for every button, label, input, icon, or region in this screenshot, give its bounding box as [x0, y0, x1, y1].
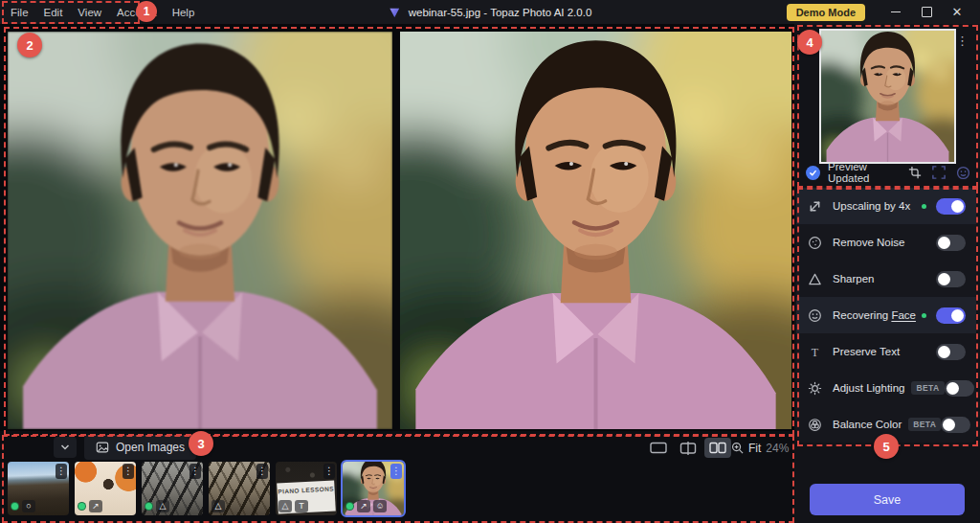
filter-row-upscaling[interactable]: Upscaling by 4x: [796, 188, 976, 224]
menu-view[interactable]: View: [78, 7, 101, 18]
annotation-circle-2: 2: [17, 33, 42, 57]
menu-file[interactable]: File: [11, 7, 29, 18]
comparison-canvas: [0, 24, 794, 431]
recovering-face-toggle[interactable]: [936, 307, 966, 324]
preview-portrait-image: [821, 31, 954, 162]
menu-bar: File Edit View Account Help: [0, 7, 194, 18]
annotation-circle-4: 4: [797, 30, 822, 55]
image-icon: [96, 441, 109, 454]
sharpen-toggle[interactable]: [936, 271, 966, 287]
adjust-lighting-toggle[interactable]: [945, 380, 974, 397]
balance-color-toggle[interactable]: [941, 417, 970, 433]
bottom-bar: Open Images Fit 24% ⋮ ○ ⋮ ↗: [0, 431, 794, 523]
face-badge-icon: ☺: [373, 500, 387, 512]
filmstrip-thumb-2[interactable]: ⋮ ↗: [75, 462, 136, 515]
annotation-circle-3: 3: [189, 431, 213, 456]
demo-mode-badge: Demo Mode: [787, 4, 865, 21]
processed-dot: [78, 502, 86, 511]
menu-edit[interactable]: Edit: [44, 7, 63, 18]
side-by-side-view-icon: [709, 441, 726, 455]
window-title: webinar-55.jpg - Topaz Photo AI 2.0.0: [389, 6, 592, 18]
text-T-icon: T: [807, 344, 823, 360]
processed-dot: [11, 502, 19, 511]
thumb-menu-icon[interactable]: ⋮: [256, 464, 268, 479]
app-logo-icon: [389, 6, 401, 18]
preview-thumbnail[interactable]: [819, 29, 956, 164]
face-smiley-icon: [807, 307, 823, 324]
open-images-label: Open Images: [116, 441, 185, 454]
remove-noise-toggle[interactable]: [936, 235, 966, 251]
beta-badge: BETA: [908, 418, 941, 431]
topaz-photo-ai-window: File Edit View Account Help webinar-55.j…: [0, 0, 980, 523]
upscale-badge-icon: ↗: [89, 500, 102, 512]
filters-panel: Upscaling by 4x Remove Noise Sharpen: [796, 188, 976, 443]
before-image-panel[interactable]: [8, 32, 392, 429]
beta-badge: BETA: [911, 381, 944, 395]
sharpen-badge-icon: △: [156, 500, 169, 512]
maximize-button[interactable]: [911, 2, 942, 23]
filmstrip-thumb-5[interactable]: PIANO LESSONS ⋮ △T: [276, 462, 337, 515]
enabled-dot: [922, 313, 926, 318]
svg-text:T: T: [812, 345, 819, 358]
filter-row-adjust-lighting[interactable]: Adjust Lighting BETA: [796, 370, 976, 406]
processed-dot: [145, 502, 153, 511]
sharpen-badge-icon: △: [212, 500, 225, 512]
collapse-filmstrip-button[interactable]: [54, 437, 77, 458]
after-image-panel[interactable]: [400, 32, 791, 429]
zoom-percent: 24%: [766, 442, 789, 455]
processed-dot: [345, 502, 354, 511]
save-button[interactable]: Save: [810, 484, 965, 515]
fullscreen-icon[interactable]: [932, 166, 946, 179]
upscaling-toggle[interactable]: [936, 198, 966, 215]
sun-icon: [807, 380, 823, 397]
filmstrip-thumb-4[interactable]: ⋮ △: [209, 462, 270, 515]
maximize-icon: [922, 7, 932, 17]
after-portrait-image: [400, 32, 791, 429]
preview-status-row: Preview Updated: [806, 162, 970, 183]
single-view-icon: [650, 441, 667, 455]
filter-row-recovering-face[interactable]: Recovering Face: [796, 297, 976, 333]
crop-icon[interactable]: [908, 166, 922, 179]
thumb-menu-icon[interactable]: ⋮: [189, 464, 201, 479]
filter-row-remove-noise[interactable]: Remove Noise: [796, 224, 976, 261]
upscale-arrow-icon: [807, 198, 823, 215]
sharpen-badge-icon: △: [278, 500, 292, 512]
filmstrip-thumb-3[interactable]: ⋮ △: [142, 462, 203, 515]
close-button[interactable]: ✕: [942, 2, 972, 23]
view-mode-side-by-side-button[interactable]: [704, 438, 731, 458]
thumb-menu-icon[interactable]: ⋮: [122, 464, 134, 479]
minimize-button[interactable]: [880, 2, 911, 23]
preview-status-text: Preview Updated: [828, 161, 908, 184]
chevron-down-icon: [59, 442, 71, 453]
thumb-menu-icon[interactable]: ⋮: [56, 464, 67, 479]
upscale-badge-icon: ↗: [357, 500, 370, 512]
before-portrait-image: [8, 32, 392, 429]
view-mode-split-button[interactable]: [675, 438, 702, 458]
minimize-icon: [891, 11, 901, 12]
preserve-text-badge-icon: T: [295, 500, 308, 512]
filmstrip: ⋮ ○ ⋮ ↗ ⋮ △ ⋮ △ PIANO LESSONS ⋮ △T: [8, 462, 404, 515]
zoom-control[interactable]: Fit 24%: [731, 438, 804, 458]
noise-circle-icon: [807, 235, 823, 251]
check-circle-icon: [806, 166, 820, 180]
filmstrip-thumb-1[interactable]: ⋮ ○: [8, 462, 69, 515]
preserve-text-toggle[interactable]: [936, 344, 966, 360]
split-view-icon: [679, 441, 697, 456]
menu-help[interactable]: Help: [172, 7, 195, 18]
filmstrip-thumb-6-selected[interactable]: ⋮ ↗☺: [343, 462, 404, 515]
sharpen-triangle-icon: [807, 271, 823, 287]
annotation-circle-5: 5: [874, 434, 899, 459]
thumb-menu-icon[interactable]: ⋮: [323, 464, 335, 479]
filter-row-preserve-text[interactable]: T Preserve Text: [796, 333, 976, 370]
face-preview-icon[interactable]: [956, 166, 970, 180]
preview-menu-icon[interactable]: ⋮: [956, 34, 969, 47]
titlebar-right: Demo Mode ✕: [787, 2, 972, 23]
filter-row-sharpen[interactable]: Sharpen: [796, 261, 976, 297]
annotation-circle-1: 1: [136, 1, 157, 22]
open-images-button[interactable]: Open Images: [84, 435, 196, 460]
enabled-dot: [922, 204, 926, 209]
color-wheel-icon: [807, 417, 823, 433]
magnifier-icon: [731, 442, 744, 454]
thumb-menu-icon[interactable]: ⋮: [390, 464, 402, 479]
view-mode-single-button[interactable]: [645, 438, 672, 458]
